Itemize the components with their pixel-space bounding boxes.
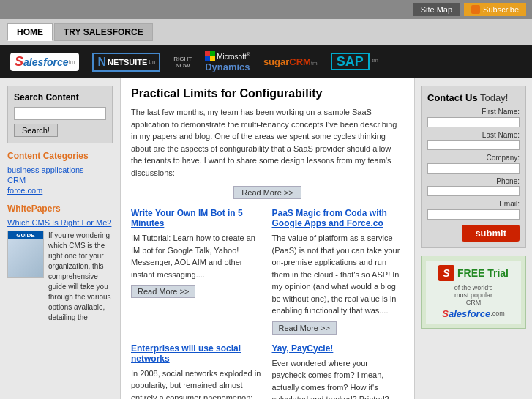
free-trial-box: S FREE Trial of the world's most popular…	[421, 256, 526, 329]
sap-logo[interactable]: SAP tm	[331, 54, 378, 70]
sf-logo-bottom: Salesforce .com	[442, 308, 504, 319]
wp-thumb-image	[8, 239, 43, 277]
bottom-article-1-body: In 2008, social networks exploded in pop…	[131, 368, 263, 400]
bottom-article-2-title[interactable]: Yay, PayCycle!	[272, 343, 405, 354]
last-name-input[interactable]	[427, 140, 520, 150]
bottom-article-2-body: Ever wondered where your paycheck comes …	[272, 357, 405, 400]
main-area: Search Content Search! Content Categorie…	[0, 78, 532, 399]
sub-article-2: PaaS Magic from Coda with Google Apps an…	[272, 208, 405, 335]
nav-bar: HOME TRY SALESFORCE	[0, 19, 532, 45]
email-input[interactable]	[427, 209, 520, 220]
main-article-body: The last few months, my team has been wo…	[131, 106, 404, 179]
world-text-2: most popular	[454, 291, 492, 299]
bottom-article-1: Enterprises will use social networks In …	[131, 343, 263, 400]
phone-label: Phone:	[427, 177, 520, 185]
main-article-title: Practical Limits for Configurability	[131, 87, 404, 100]
wp-guide-label: GUIDE	[8, 231, 43, 239]
rightnow-logo[interactable]: RIGHT NOW	[173, 56, 192, 69]
search-button[interactable]: Search!	[14, 124, 58, 137]
company-label: Company:	[427, 154, 520, 162]
last-name-label: Last Name:	[427, 131, 520, 139]
categories-title: Content Categories	[7, 151, 113, 161]
ms-dynamics-logo[interactable]: Microsoft® Dynamics	[205, 51, 250, 72]
content-categories: Content Categories business applications…	[7, 151, 113, 195]
world-text-3: CRM	[466, 299, 482, 306]
search-input[interactable]	[14, 107, 106, 120]
company-input[interactable]	[427, 163, 520, 174]
world-text-1: of the world's	[454, 284, 493, 291]
search-box: Search Content Search!	[7, 86, 113, 143]
wp-item-link[interactable]: Which CMS Is Right For Me?	[7, 218, 113, 227]
contact-title: Contact Us	[427, 92, 478, 103]
sidebar-left: Search Content Search! Content Categorie…	[0, 78, 121, 399]
wp-content: GUIDE CrownPeak If you're wondering whic…	[7, 231, 113, 323]
center-content: Practical Limits for Configurability The…	[121, 78, 415, 399]
sugarcrm-logo[interactable]: sugarCRMtm	[263, 56, 318, 67]
wp-description: If you're wondering which CMS is the rig…	[48, 231, 113, 323]
first-name-input[interactable]	[427, 117, 520, 127]
subscribe-button[interactable]: Subscribe	[464, 3, 526, 16]
free-trial-inner: S FREE Trial of the world's most popular…	[426, 261, 521, 324]
phone-input[interactable]	[427, 186, 520, 196]
sub-articles: Write Your Own IM Bot in 5 Minutes IM Tu…	[131, 208, 404, 335]
search-title: Search Content	[14, 92, 106, 102]
wp-thumbnail: GUIDE CrownPeak	[7, 231, 44, 278]
email-label: Email:	[427, 200, 520, 208]
contact-box: Contact Us Today! First Name: Last Name:…	[421, 86, 526, 248]
submit-button[interactable]: submit	[462, 225, 520, 242]
sub-article-1-title[interactable]: Write Your Own IM Bot in 5 Minutes	[131, 208, 263, 228]
white-papers: WhitePapers Which CMS Is Right For Me? G…	[7, 204, 113, 323]
sub-article-2-title[interactable]: PaaS Magic from Coda with Google Apps an…	[272, 208, 405, 228]
contact-today: Today!	[478, 92, 509, 103]
nav-try-salesforce[interactable]: TRY SALESFORCE	[54, 23, 153, 41]
sub-article-1-body: IM Tutorial: Learn how to create an IM b…	[131, 232, 263, 280]
main-read-more-button[interactable]: Read More >>	[233, 186, 301, 199]
ms-flag-icon	[205, 51, 215, 61]
bottom-article-1-title[interactable]: Enterprises will use social networks	[131, 343, 263, 364]
sidebar-right: Contact Us Today! First Name: Last Name:…	[415, 78, 532, 399]
free-trial-title: FREE Trial	[457, 267, 509, 279]
sub-article-1: Write Your Own IM Bot in 5 Minutes IM Tu…	[131, 208, 263, 335]
subscribe-label: Subscribe	[483, 5, 519, 14]
site-map-button[interactable]: Site Map	[413, 3, 460, 16]
salesforce-logo[interactable]: Salesforcetm	[10, 53, 79, 71]
category-business-applications[interactable]: business applications	[7, 165, 113, 174]
sub-article-2-read-more[interactable]: Read More >>	[272, 321, 337, 335]
logo-bar: Salesforcetm N NETSUITE tm RIGHT NOW Mic…	[0, 45, 532, 78]
bottom-articles: Enterprises will use social networks In …	[131, 343, 404, 400]
netsuite-logo[interactable]: N NETSUITE tm	[92, 53, 160, 72]
category-force-com[interactable]: force.com	[7, 186, 113, 195]
top-bar: Site Map Subscribe	[0, 0, 532, 19]
nav-home[interactable]: HOME	[7, 23, 53, 41]
sub-article-1-read-more[interactable]: Read More >>	[131, 285, 195, 298]
first-name-label: First Name:	[427, 108, 520, 116]
bottom-article-2: Yay, PayCycle! Ever wondered where your …	[272, 343, 405, 400]
sub-article-2-body: The value of platform as a service (PaaS…	[272, 232, 405, 317]
ft-s-logo: S	[438, 265, 454, 281]
free-trial-header: S FREE Trial	[438, 265, 509, 281]
rss-icon	[471, 5, 480, 14]
category-crm[interactable]: CRM	[7, 176, 113, 184]
whitepapers-title: WhitePapers	[7, 204, 113, 214]
contact-form: First Name: Last Name: Company: Phone: E…	[427, 108, 520, 242]
